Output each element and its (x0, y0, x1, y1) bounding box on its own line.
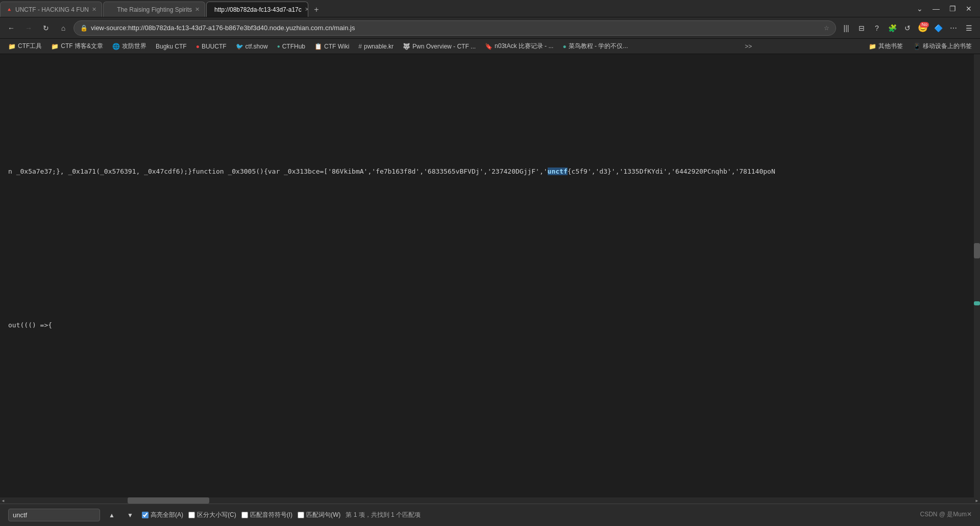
find-option-case[interactable]: 区分大小写(C) (188, 511, 236, 519)
back-button[interactable]: ← (4, 21, 18, 35)
code-line (0, 331, 980, 341)
find-option-diacritics[interactable]: 匹配音符符号(I) (241, 511, 292, 519)
red-dot-icon: ● (196, 43, 200, 50)
find-input[interactable] (8, 509, 100, 521)
bookmark-label-ctf-blog: CTF 博客&文章 (61, 42, 103, 51)
mobile-icon: 📱 (913, 43, 921, 50)
bookmark-ctf-tools[interactable]: 📁 CTF工具 (4, 40, 46, 52)
globe-icon: 🌐 (112, 43, 120, 50)
find-checkbox-case[interactable] (188, 512, 195, 518)
scroll-right-arrow[interactable]: ▶ (974, 497, 980, 504)
find-up-button[interactable]: ▲ (105, 509, 118, 522)
find-checkbox-whole-word[interactable] (298, 512, 304, 518)
sidebar-button[interactable]: ||| (839, 21, 853, 35)
code-line (0, 177, 980, 187)
star-icon[interactable]: ☆ (824, 25, 829, 32)
tab-favicon-unctf: 🔺 (6, 6, 13, 13)
bookmark-ctfwiki[interactable]: 📋 CTF Wiki (310, 41, 353, 52)
address-input-wrap[interactable]: 🔒 view-source:http://08b782da-fc13-43d7-… (74, 20, 836, 36)
code-line (0, 95, 980, 105)
vertical-scrollbar[interactable] (974, 54, 980, 504)
title-bar: 🔺 UNCTF - HACKING 4 FUN ✕ The Raising Fi… (0, 0, 980, 17)
tab-source[interactable]: http://08b782da-fc13-43d7-a17c ✕ (206, 2, 308, 17)
scroll-left-arrow[interactable]: ◀ (0, 497, 6, 504)
tab-close-source[interactable]: ✕ (305, 6, 308, 13)
bookmark-mobile[interactable]: 📱 移动设备上的书签 (909, 40, 976, 52)
bookmark-label-other: 其他书签 (878, 42, 903, 51)
code-line (0, 126, 980, 136)
code-line (0, 218, 980, 228)
green-dot-icon: ● (562, 43, 566, 50)
profile-button[interactable]: 😊 No (916, 21, 930, 35)
history-back-button[interactable]: ↺ (900, 21, 915, 35)
tab-raising[interactable]: The Raising Fighting Spirits ✕ (103, 2, 205, 17)
bookmark-ctfshow[interactable]: 🐦 ctf.show (232, 41, 272, 52)
other-folder-icon: 📁 (869, 43, 876, 50)
home-button[interactable]: ⌂ (56, 21, 70, 35)
bookmark-pwnable[interactable]: # pwnable.kr (354, 41, 398, 52)
code-line (0, 228, 980, 238)
bookmark-n03tack[interactable]: 🔖 n03tAck 比赛记录 - ... (481, 40, 557, 52)
restore-button[interactable]: ❐ (945, 2, 960, 16)
code-line (0, 238, 980, 249)
title-bar-controls: ⌄ — ❐ ✕ (913, 2, 980, 16)
status-text: CSDN @ 是Mum✕ (920, 511, 972, 518)
split-view-button[interactable]: ⊟ (854, 21, 869, 35)
hash-icon: # (358, 43, 362, 50)
help-button[interactable]: ? (870, 21, 884, 35)
address-url: view-source:http://08b782da-fc13-43d7-a1… (91, 24, 821, 32)
find-option-highlight[interactable]: 高亮全部(A) (142, 511, 183, 519)
extensions-button[interactable]: 🧩 (885, 21, 899, 35)
bookmark-buuctf[interactable]: ● BUUCTF (192, 41, 231, 52)
bookmark-label-n03tack: n03tAck 比赛记录 - ... (495, 42, 553, 51)
code-line (0, 136, 980, 146)
new-tab-button[interactable]: + (309, 3, 324, 17)
code-line-out: out((() =>{ (0, 320, 980, 331)
find-bar: ▲ ▼ 高亮全部(A) 区分大小写(C) 匹配音符符号(I) 匹配词句(W) 第… (0, 504, 980, 526)
circle-icon: ● (277, 43, 280, 49)
more-tools-button[interactable]: ⋯ (946, 21, 961, 35)
find-checkbox-highlight[interactable] (142, 512, 149, 518)
doc-icon: 📋 (314, 43, 322, 50)
bookmarks-more-button[interactable]: >> (742, 41, 755, 52)
bookmarks-bar: 📁 CTF工具 📁 CTF 博客&文章 🌐 攻防世界 Bugku CTF ● B… (0, 39, 980, 54)
forward-button[interactable]: → (21, 21, 36, 35)
scrollbar-thumb-v[interactable] (974, 243, 980, 258)
menu-button[interactable]: ☰ (962, 21, 976, 35)
bookmark-label-ctfhub: CTFHub (282, 43, 305, 50)
tab-close-raising[interactable]: ✕ (195, 6, 200, 13)
bookmark-other[interactable]: 📁 其他书签 (865, 40, 907, 52)
code-line (0, 269, 980, 279)
tab-close-unctf[interactable]: ✕ (92, 6, 96, 13)
bookmark-bugku[interactable]: Bugku CTF (152, 41, 191, 52)
code-line (0, 115, 980, 126)
tab-favicon-raising (109, 6, 114, 13)
lock-icon: 🔒 (80, 25, 88, 32)
bookmark-ctfhub[interactable]: ● CTFHub (273, 41, 309, 52)
bookmark-label-bugku: Bugku CTF (156, 43, 187, 50)
code-line (0, 105, 980, 115)
bookmark-cainiao[interactable]: ● 菜鸟教程 - 学的不仅... (558, 40, 632, 52)
code-line (0, 75, 980, 85)
tab-unctf[interactable]: 🔺 UNCTF - HACKING 4 FUN ✕ (0, 2, 102, 17)
edge-icon[interactable]: 🔷 (931, 21, 945, 35)
bookmark-attack-world[interactable]: 🌐 攻防世界 (108, 40, 151, 52)
find-checkbox-diacritics[interactable] (241, 512, 248, 518)
folder-icon: 📁 (8, 43, 16, 50)
find-down-button[interactable]: ▼ (124, 509, 137, 522)
notification-badge: No (920, 22, 929, 28)
highlighted-unctf: unctf (548, 168, 568, 175)
bookmark-ctf-blog[interactable]: 📁 CTF 博客&文章 (47, 40, 107, 52)
folder-icon-2: 📁 (51, 43, 59, 50)
tab-dropdown-button[interactable]: ⌄ (913, 2, 927, 16)
bookmark-pwn-overview[interactable]: 🐺 Pwn Overview - CTF ... (399, 41, 480, 52)
horizontal-scrollbar[interactable]: ◀ ▶ (0, 497, 980, 504)
find-option-whole-word[interactable]: 匹配词句(W) (298, 511, 340, 519)
code-line (0, 146, 980, 156)
close-button[interactable]: ✕ (962, 2, 976, 16)
reload-button[interactable]: ↻ (39, 21, 53, 35)
find-result-text: 第 1 项，共找到 1 个匹配项 (346, 511, 421, 519)
scrollbar-highlight-thumb (974, 301, 980, 305)
scrollbar-thumb-h[interactable] (128, 497, 209, 504)
minimize-button[interactable]: — (929, 2, 943, 16)
